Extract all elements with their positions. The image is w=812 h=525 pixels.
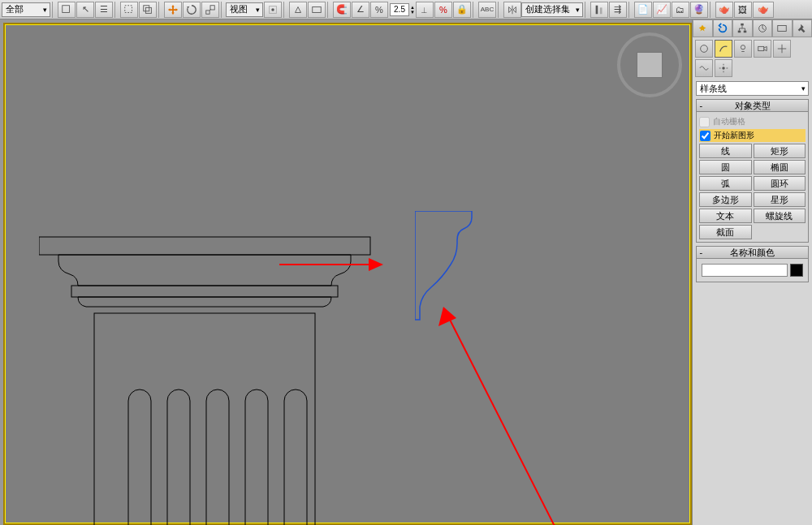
svg-rect-12 xyxy=(71,286,338,297)
svg-point-6 xyxy=(271,8,274,11)
quick-align-icon[interactable]: ⇶ xyxy=(609,2,627,18)
helpers-subtab-icon[interactable] xyxy=(773,40,791,58)
material-editor-icon[interactable]: 🔮 xyxy=(690,2,708,18)
name-color-rollout: -名称和颜色 xyxy=(696,246,809,282)
selection-filter-dropdown[interactable]: 全部 xyxy=(2,2,50,17)
motion-tab-icon[interactable] xyxy=(753,19,773,37)
render-icon[interactable]: 🫖 xyxy=(753,2,774,18)
curve-editor-icon[interactable]: 📈 xyxy=(653,2,671,18)
category-dropdown[interactable]: 样条线 xyxy=(696,81,809,96)
lights-subtab-icon[interactable] xyxy=(734,40,752,58)
object-name-input[interactable] xyxy=(702,264,788,277)
systems-subtab-icon[interactable] xyxy=(715,59,732,77)
select-object-icon[interactable]: ↖ xyxy=(76,2,94,18)
ngon-button[interactable]: 多边形 xyxy=(699,192,752,207)
svg-rect-13 xyxy=(94,313,315,525)
autogrid-checkbox[interactable]: 自动栅格 xyxy=(699,116,806,127)
snap-toggle-icon[interactable]: 🧲 xyxy=(333,2,351,18)
object-type-rollout: -对象类型 自动栅格 开始新图形 线 矩形 圆 椭圆 弧 圆环 多边形 星形 文… xyxy=(696,99,809,243)
create-tab-icon[interactable] xyxy=(693,19,713,37)
scale-icon[interactable] xyxy=(201,2,219,18)
snap-options-icon[interactable]: ⟂ xyxy=(416,2,434,18)
utilities-tab-icon[interactable] xyxy=(793,19,813,37)
rectangle-button[interactable]: 矩形 xyxy=(754,144,806,158)
svg-rect-11 xyxy=(39,237,370,255)
snap-lock-icon[interactable]: 🔒 xyxy=(453,2,471,18)
select-by-name-icon[interactable]: ☰ xyxy=(95,2,113,18)
svg-rect-0 xyxy=(63,5,70,12)
command-panel: 样条线 -对象类型 自动栅格 开始新图形 线 矩形 圆 椭圆 弧 圆环 多边形 … xyxy=(692,19,812,525)
svg-point-20 xyxy=(741,45,745,49)
rect-region-icon[interactable] xyxy=(120,2,138,18)
svg-rect-16 xyxy=(744,31,747,33)
svg-rect-9 xyxy=(596,5,598,14)
svg-rect-1 xyxy=(125,5,132,12)
helix-button[interactable]: 螺旋线 xyxy=(754,209,806,223)
viewport[interactable] xyxy=(3,23,692,525)
render-setup-icon[interactable]: 🫖 xyxy=(715,2,733,18)
svg-point-22 xyxy=(722,67,725,70)
donut-button[interactable]: 圆环 xyxy=(754,176,806,191)
svg-rect-8 xyxy=(313,6,322,12)
svg-rect-10 xyxy=(600,7,603,14)
spinner-snap[interactable]: ▲▼ xyxy=(390,3,415,16)
keyboard-shortcut-icon[interactable] xyxy=(308,2,326,18)
ellipse-button[interactable]: 椭圆 xyxy=(754,160,806,174)
mirror-icon[interactable] xyxy=(503,2,521,18)
spacewarps-subtab-icon[interactable] xyxy=(695,59,713,77)
align-icon[interactable] xyxy=(590,2,608,18)
viewcube[interactable] xyxy=(617,32,682,97)
layers-icon[interactable]: 📄 xyxy=(634,2,652,18)
svg-point-19 xyxy=(701,45,708,53)
rotate-icon[interactable] xyxy=(183,2,201,18)
annotation-arrow-1 xyxy=(279,256,385,273)
section-button[interactable]: 截面 xyxy=(699,225,752,239)
svg-rect-15 xyxy=(738,31,741,33)
geometry-subtab-icon[interactable] xyxy=(695,40,713,58)
window-crossing-icon[interactable] xyxy=(139,2,157,18)
abc-input-icon[interactable]: ABC xyxy=(478,2,496,18)
object-color-swatch[interactable] xyxy=(790,264,803,277)
svg-rect-4 xyxy=(206,10,209,13)
angle-snap-icon[interactable]: ∠ xyxy=(352,2,369,18)
start-new-shape-checkbox[interactable]: 开始新图形 xyxy=(699,129,806,142)
named-selsets-dropdown[interactable]: 创建选择集 xyxy=(521,2,583,17)
annotation-arrow-2 xyxy=(435,303,573,525)
svg-rect-18 xyxy=(778,26,787,32)
axis-constraint-icon[interactable]: % xyxy=(434,2,452,18)
cameras-subtab-icon[interactable] xyxy=(754,40,771,58)
workspace: 样条线 -对象类型 自动栅格 开始新图形 线 矩形 圆 椭圆 弧 圆环 多边形 … xyxy=(0,19,812,525)
ref-coord-dropdown[interactable]: 视图 xyxy=(226,2,263,17)
svg-rect-2 xyxy=(144,5,149,11)
shapes-subtab-icon[interactable] xyxy=(715,40,732,58)
line-button[interactable]: 线 xyxy=(699,144,752,158)
modify-tab-icon[interactable] xyxy=(713,19,733,37)
star-button[interactable]: 星形 xyxy=(754,192,806,207)
arc-button[interactable]: 弧 xyxy=(699,176,752,191)
pivot-center-icon[interactable] xyxy=(264,2,282,18)
manip-mode-icon[interactable] xyxy=(289,2,307,18)
svg-rect-3 xyxy=(145,7,151,13)
move-icon[interactable] xyxy=(164,2,182,18)
hierarchy-tab-icon[interactable] xyxy=(732,19,753,37)
text-button[interactable]: 文本 xyxy=(699,209,752,223)
render-frame-icon[interactable]: 🖼 xyxy=(734,2,752,18)
main-toolbar: 全部 ↖ ☰ 视图 🧲 ∠ % ▲▼ ⟂ % 🔒 ABC 创建选择集 ⇶ 📄 📈… xyxy=(0,0,812,19)
percent-snap-icon[interactable]: % xyxy=(370,2,388,18)
rollout-header[interactable]: -对象类型 xyxy=(696,99,809,112)
svg-rect-14 xyxy=(741,24,745,26)
select-window-icon[interactable] xyxy=(58,2,76,18)
svg-rect-21 xyxy=(758,46,764,50)
schematic-icon[interactable]: 🗂 xyxy=(672,2,689,18)
circle-button[interactable]: 圆 xyxy=(699,160,752,174)
display-tab-icon[interactable] xyxy=(772,19,793,37)
rollout-header[interactable]: -名称和颜色 xyxy=(696,246,809,259)
